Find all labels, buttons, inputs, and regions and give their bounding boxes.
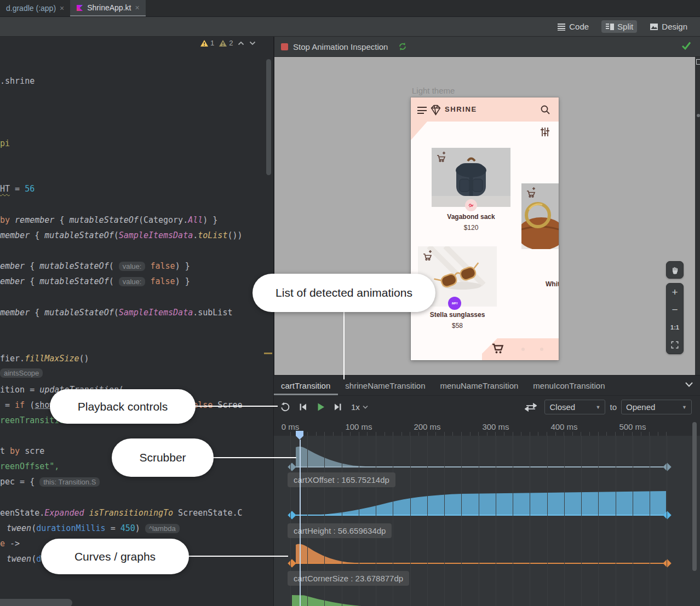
loop-button[interactable] xyxy=(280,402,290,412)
code-line[interactable]: ember { mutableStateOf( value: false) } xyxy=(0,275,190,288)
curve-label-chip: cartCornerSize : 23.678877dp xyxy=(288,571,409,586)
search-icon[interactable] xyxy=(540,105,550,115)
run-bar-label[interactable]: Stop Animation Inspection xyxy=(293,42,388,51)
pan-button[interactable] xyxy=(666,261,684,279)
zoom-fit-button[interactable] xyxy=(667,336,683,354)
tab-shrineapp[interactable]: ShrineApp.kt × xyxy=(70,0,145,16)
code-line[interactable]: pi xyxy=(0,137,10,149)
product-image-belt[interactable] xyxy=(521,183,559,249)
popup-edge xyxy=(0,599,72,606)
zoom-ratio-button[interactable]: 1:1 xyxy=(667,319,683,336)
product-image-vagabond[interactable] xyxy=(432,148,510,207)
callout-curves: Curves / graphs xyxy=(41,539,189,574)
tabs-overflow-chevron-icon[interactable] xyxy=(685,382,693,388)
playhead-line[interactable] xyxy=(300,440,301,606)
tab-shrineapp-label: ShrineApp.kt xyxy=(87,3,131,12)
animation-run-bar: Stop Animation Inspection xyxy=(274,37,700,57)
code-line[interactable]: member { mutableStateOf(SampleItemsData.… xyxy=(0,229,243,241)
product-price: $58 xyxy=(418,322,497,330)
cart-icon xyxy=(492,343,504,354)
ruler-label: 400 ms xyxy=(550,422,577,431)
from-state-value: Closed xyxy=(549,402,575,412)
zoom-controls: + − 1:1 xyxy=(666,283,684,354)
product-name: Stella sunglasses xyxy=(418,311,497,319)
speed-label: 1x xyxy=(351,402,360,412)
fold-marker xyxy=(264,353,272,354)
product-price: $120 xyxy=(432,224,510,232)
filter-icon[interactable] xyxy=(540,127,550,137)
fit-screen-icon xyxy=(671,341,679,349)
shrine-app-preview: SHRINE xyxy=(411,97,559,360)
code-line[interactable]: eenState.Expanded isTransitioningTo Scre… xyxy=(0,507,243,519)
callout-line xyxy=(194,406,278,407)
design-surface[interactable]: Light theme SHRINE xyxy=(274,57,695,375)
code-line[interactable]: tween(durationMillis = 450) ^lambda xyxy=(7,522,180,535)
zoom-in-button[interactable]: + xyxy=(667,284,683,301)
tab-gradle[interactable]: d.gradle (:app) × xyxy=(0,0,70,16)
tab-cart-transition[interactable]: cartTransition xyxy=(281,376,330,395)
close-icon[interactable]: × xyxy=(60,4,64,13)
tab-menu-name-transition[interactable]: menuNameTransition xyxy=(440,376,518,395)
shrine-content: Vagabond sack $120 xyxy=(411,122,559,360)
code-line[interactable]: member { mutableStateOf(SampleItemsData.… xyxy=(0,307,232,319)
tab-menu-icon-transition[interactable]: menuIconTransition xyxy=(533,376,605,395)
code-line[interactable]: e -> xyxy=(0,538,20,550)
cart-dot xyxy=(540,348,543,351)
to-state-select[interactable]: Opened▼ xyxy=(621,400,692,414)
speed-selector[interactable]: 1x xyxy=(351,402,368,412)
code-icon xyxy=(557,23,566,31)
play-button[interactable] xyxy=(315,402,326,412)
menu-icon[interactable] xyxy=(417,107,427,116)
code-line[interactable]: HT = 56 xyxy=(0,183,35,195)
swap-states-button[interactable] xyxy=(525,403,537,412)
mode-design-button[interactable]: Design xyxy=(646,20,691,33)
preview-theme-label: Light theme xyxy=(412,86,455,95)
split-icon xyxy=(605,23,614,31)
gutter-icon xyxy=(696,59,700,65)
ruler-label: 500 ms xyxy=(619,422,646,431)
timeline-scrollbar[interactable] xyxy=(692,422,697,571)
go-to-start-button[interactable] xyxy=(299,403,307,411)
playback-controls: 1x Closed▼ to Opened▼ xyxy=(274,396,700,418)
timeline-curves[interactable]: cartXOffset : 165.75214dp cartHeight : 5… xyxy=(274,436,700,606)
inspection-widget[interactable]: 1 2 xyxy=(200,39,256,47)
ruler-label: 0 ms xyxy=(282,422,300,431)
mode-split-button[interactable]: Split xyxy=(601,20,637,33)
callout-line xyxy=(213,457,296,458)
gutter-mark xyxy=(697,114,700,117)
check-icon xyxy=(681,41,691,50)
mode-code-button[interactable]: Code xyxy=(553,20,593,33)
code-editor[interactable]: .shrinepiHT = 56by remember { mutableSta… xyxy=(0,37,274,606)
warning-weak: 2 xyxy=(219,39,233,47)
stop-icon[interactable] xyxy=(281,43,288,50)
brand-badge: MFI xyxy=(448,297,461,310)
close-icon[interactable]: × xyxy=(135,3,139,12)
zoom-out-button[interactable]: − xyxy=(667,301,683,319)
editor-scrollbar[interactable] xyxy=(266,59,271,175)
code-line[interactable]: t by scre xyxy=(0,445,44,457)
code-line[interactable]: fier.fillMaxSize() xyxy=(0,353,89,365)
tab-shrine-name-transition[interactable]: shrineNameTransition xyxy=(345,376,425,395)
chevron-up-icon[interactable] xyxy=(238,41,244,45)
ruler-label: 100 ms xyxy=(345,422,372,431)
product-name: Vagabond sack xyxy=(432,213,510,221)
from-state-select[interactable]: Closed▼ xyxy=(544,400,605,414)
chevron-down-icon[interactable] xyxy=(249,41,256,45)
code-line[interactable]: by remember { mutableStateOf(Category.Al… xyxy=(0,214,217,226)
right-gutter xyxy=(695,57,700,375)
editor-tab-bar: d.gradle (:app) × ShrineApp.kt × xyxy=(0,0,700,17)
timeline-ruler[interactable]: 0 ms100 ms200 ms300 ms400 ms500 ms xyxy=(274,418,700,436)
curve-label-chip: cartXOffset : 165.75214dp xyxy=(288,472,395,487)
pan-hand-icon xyxy=(667,262,683,279)
code-line[interactable]: ember { mutableStateOf( value: false) } xyxy=(0,260,190,273)
refresh-icon[interactable] xyxy=(398,42,408,51)
ruler-label: 300 ms xyxy=(482,422,509,431)
code-line[interactable]: .shrine xyxy=(0,75,35,87)
go-to-end-button[interactable] xyxy=(334,403,342,411)
code-line[interactable]: pec = { this: Transition.S xyxy=(0,476,100,488)
cart-bar[interactable] xyxy=(482,338,559,360)
code-line[interactable]: aintsScope xyxy=(0,367,43,379)
mode-split-label: Split xyxy=(617,22,633,31)
design-icon xyxy=(650,23,658,31)
code-line[interactable]: reenOffset", xyxy=(0,460,59,472)
